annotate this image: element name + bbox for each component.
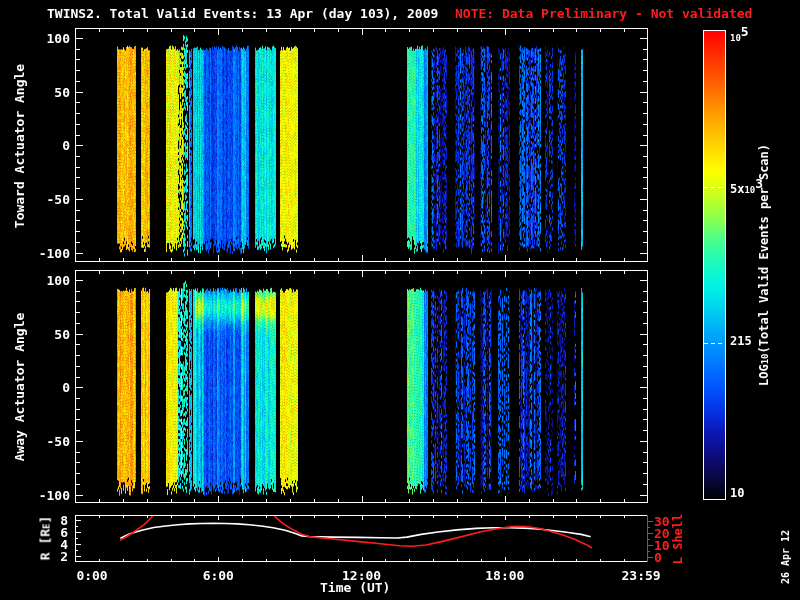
label-fragment: LOG <box>757 364 771 386</box>
preliminary-note: NOTE: Data Preliminary - Not validated <box>455 7 752 20</box>
x-tick-label: 0:00 <box>76 569 107 582</box>
colorbar-tick-label: 10 <box>730 486 744 499</box>
x-tick-label: 6:00 <box>203 569 234 582</box>
plot-canvas <box>0 0 800 600</box>
creation-date-watermark: 26 Apr 12 <box>781 530 791 584</box>
label-fragment: 5 <box>741 24 749 39</box>
label-fragment: 3 <box>755 176 763 191</box>
x-tick-label: 18:00 <box>485 569 524 582</box>
x-tick-label: 12:00 <box>342 569 381 582</box>
label-fragment: 10 <box>730 33 741 43</box>
label-fragment: 5x <box>730 182 744 196</box>
colorbar-tick-label: 5x103 <box>730 182 763 195</box>
y-tick-label-toward: 50 <box>34 86 70 99</box>
lshell-tick-label: 0 <box>654 551 662 564</box>
y-tick-label-toward: 100 <box>34 32 70 45</box>
lshell-axis-label: L Shell <box>672 514 684 565</box>
colorbar-tick-label: 215 <box>730 334 752 347</box>
away-y-axis-label: Away Actuator Angle <box>13 313 26 462</box>
label-fragment: 10 <box>730 486 744 500</box>
twins2-spectrogram-figure: TWINS2. Total Valid Events: 13 Apr (day … <box>0 0 800 600</box>
figure-title: TWINS2. Total Valid Events: 13 Apr (day … <box>47 7 438 20</box>
y-tick-label-away: 0 <box>34 381 70 394</box>
y-tick-label-away: 50 <box>34 328 70 341</box>
y-tick-label-away: -50 <box>34 435 70 448</box>
y-tick-label-toward: -100 <box>34 247 70 260</box>
toward-y-axis-label: Toward Actuator Angle <box>13 64 26 228</box>
x-tick-label: 23:59 <box>622 569 661 582</box>
r-tick-label: 2 <box>32 550 68 563</box>
y-tick-label-toward: -50 <box>34 193 70 206</box>
colorbar-tick-label: 105 <box>730 30 749 43</box>
label-fragment: 215 <box>730 334 752 348</box>
y-tick-label-toward: 0 <box>34 139 70 152</box>
label-fragment: 10 <box>744 185 755 195</box>
y-tick-label-away: 100 <box>34 274 70 287</box>
label-fragment: 10 <box>760 353 770 364</box>
y-tick-label-away: -100 <box>34 489 70 502</box>
